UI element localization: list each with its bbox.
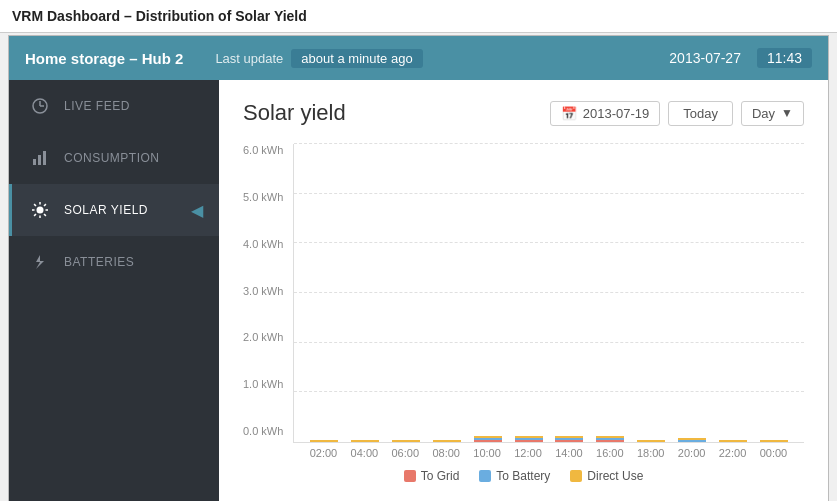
- svg-line-9: [34, 204, 36, 206]
- solar-yield-icon: [28, 198, 52, 222]
- bar-group: [555, 436, 583, 442]
- legend-label-direct-use: Direct Use: [587, 469, 643, 483]
- grid-line: [294, 292, 804, 293]
- legend-color-to-grid: [404, 470, 416, 482]
- x-axis-label: 20:00: [678, 447, 706, 459]
- legend-item-direct-use: Direct Use: [570, 469, 643, 483]
- date-selector-value: 2013-07-19: [583, 106, 650, 121]
- x-axis-label: 00:00: [759, 447, 787, 459]
- svg-point-4: [37, 207, 44, 214]
- sidebar-item-solar-yield[interactable]: SOLAR YIELD◀: [9, 184, 219, 236]
- bar-segment-directUse: [392, 440, 420, 442]
- svg-rect-1: [33, 159, 36, 165]
- date-selector[interactable]: 📅 2013-07-19: [550, 101, 661, 126]
- batteries-icon: [28, 250, 52, 274]
- day-button[interactable]: Day ▼: [741, 101, 804, 126]
- sidebar-item-live-feed[interactable]: LIVE FEED: [9, 80, 219, 132]
- bar-segment-directUse: [637, 440, 665, 442]
- bar-segment-toBattery: [678, 440, 706, 442]
- svg-line-12: [34, 214, 36, 216]
- y-axis-label: 3.0 kWh: [243, 285, 285, 297]
- x-axis-label: 12:00: [514, 447, 542, 459]
- bar-group: [310, 440, 338, 442]
- dashboard: Home storage – Hub 2 Last update about a…: [8, 35, 829, 501]
- bar-group: [637, 440, 665, 442]
- bar-segment-directUse: [310, 440, 338, 442]
- svg-line-10: [44, 214, 46, 216]
- chevron-down-icon: ▼: [781, 106, 793, 120]
- update-value: about a minute ago: [291, 49, 422, 68]
- content-header: Solar yield 📅 2013-07-19 Today Day ▼: [243, 100, 804, 126]
- y-axis-label: 6.0 kWh: [243, 144, 285, 156]
- sidebar: LIVE FEED CONSUMPTION SOLAR YIELD◀ BATTE…: [9, 80, 219, 501]
- bar-group: [678, 438, 706, 442]
- y-axis-label: 4.0 kWh: [243, 238, 285, 250]
- x-axis-label: 04:00: [350, 447, 378, 459]
- legend-label-to-battery: To Battery: [496, 469, 550, 483]
- header-date: 2013-07-27: [669, 50, 741, 66]
- x-axis-label: 18:00: [637, 447, 665, 459]
- content-title: Solar yield: [243, 100, 550, 126]
- y-axis-label: 1.0 kWh: [243, 378, 285, 390]
- batteries-label: BATTERIES: [64, 255, 134, 269]
- day-label: Day: [752, 106, 775, 121]
- bar-group: [596, 436, 624, 442]
- main-area: LIVE FEED CONSUMPTION SOLAR YIELD◀ BATTE…: [9, 80, 828, 501]
- x-axis-label: 10:00: [473, 447, 501, 459]
- bar-group: [433, 440, 461, 442]
- sidebar-item-consumption[interactable]: CONSUMPTION: [9, 132, 219, 184]
- solar-yield-label: SOLAR YIELD: [64, 203, 148, 217]
- bar-group: [719, 440, 747, 442]
- live-feed-label: LIVE FEED: [64, 99, 130, 113]
- grid-line: [294, 391, 804, 392]
- chart-right: 02:0004:0006:0008:0010:0012:0014:0016:00…: [293, 144, 804, 459]
- header-time: 11:43: [757, 48, 812, 68]
- y-axis-label: 0.0 kWh: [243, 425, 285, 437]
- today-button[interactable]: Today: [668, 101, 733, 126]
- legend-label-to-grid: To Grid: [421, 469, 460, 483]
- live-feed-icon: [28, 94, 52, 118]
- bar-segment-directUse: [433, 440, 461, 442]
- x-axis-label: 22:00: [719, 447, 747, 459]
- chart-legend: To GridTo BatteryDirect Use: [243, 469, 804, 483]
- x-axis-label: 16:00: [596, 447, 624, 459]
- bar-segment-toGrid: [555, 440, 583, 442]
- content-area: Solar yield 📅 2013-07-19 Today Day ▼ 0.0…: [219, 80, 828, 501]
- bar-group: [474, 436, 502, 442]
- y-axis-label: 5.0 kWh: [243, 191, 285, 203]
- bar-segment-toGrid: [515, 440, 543, 442]
- bars-row: [294, 144, 804, 442]
- sidebar-item-batteries[interactable]: BATTERIES: [9, 236, 219, 288]
- bar-group: [515, 436, 543, 442]
- site-name: Home storage – Hub 2: [25, 50, 183, 67]
- bars-container: [293, 144, 804, 443]
- svg-line-11: [44, 204, 46, 206]
- x-axis-label: 06:00: [391, 447, 419, 459]
- consumption-icon: [28, 146, 52, 170]
- bar-segment-toGrid: [474, 440, 502, 442]
- x-axis: 02:0004:0006:0008:0010:0012:0014:0016:00…: [293, 443, 804, 459]
- legend-color-to-battery: [479, 470, 491, 482]
- bar-segment-directUse: [719, 440, 747, 442]
- bar-segment-directUse: [351, 440, 379, 442]
- bar-group: [760, 440, 788, 442]
- bar-segment-toGrid: [596, 440, 624, 442]
- update-label: Last update: [215, 51, 283, 66]
- chart-area: 0.0 kWh1.0 kWh2.0 kWh3.0 kWh4.0 kWh5.0 k…: [243, 144, 804, 483]
- header-bar: Home storage – Hub 2 Last update about a…: [9, 36, 828, 80]
- legend-color-direct-use: [570, 470, 582, 482]
- y-axis-label: 2.0 kWh: [243, 331, 285, 343]
- grid-line: [294, 342, 804, 343]
- consumption-label: CONSUMPTION: [64, 151, 160, 165]
- active-arrow-icon: ◀: [191, 201, 204, 220]
- grid-line: [294, 143, 804, 144]
- y-axis: 0.0 kWh1.0 kWh2.0 kWh3.0 kWh4.0 kWh5.0 k…: [243, 144, 293, 459]
- bar-group: [392, 440, 420, 442]
- x-axis-label: 14:00: [555, 447, 583, 459]
- bar-segment-directUse: [760, 440, 788, 442]
- svg-rect-2: [38, 155, 41, 165]
- calendar-icon: 📅: [561, 106, 577, 121]
- chart-wrapper: 0.0 kWh1.0 kWh2.0 kWh3.0 kWh4.0 kWh5.0 k…: [243, 144, 804, 459]
- grid-line: [294, 193, 804, 194]
- legend-item-to-grid: To Grid: [404, 469, 460, 483]
